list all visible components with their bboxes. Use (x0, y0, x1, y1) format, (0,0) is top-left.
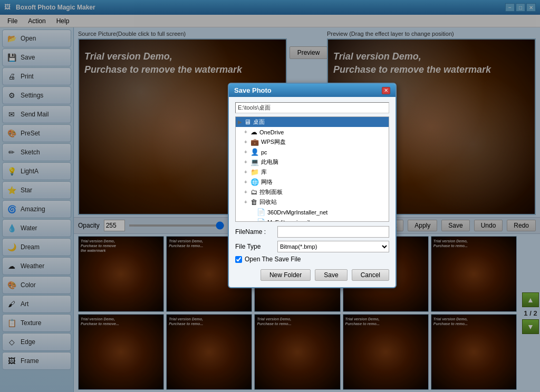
tree-item-desktop[interactable]: ▶ 🖥 桌面 (236, 117, 389, 127)
save-photo-dialog: Save Photo ✕ E:\tools\桌面 ▶ 🖥 桌面 + ☁ OneD… (228, 83, 397, 288)
dialog-body: E:\tools\桌面 ▶ 🖥 桌面 + ☁ OneDrive + 💼 (229, 97, 396, 287)
filetype-select[interactable]: Bitmap(*.bmp) JPEG(*.jpg) PNG(*.png) GIF… (277, 241, 389, 252)
tree-item-recycle[interactable]: + 🗑 回收站 (236, 197, 389, 207)
new-folder-button[interactable]: New Folder (261, 269, 311, 281)
filename-input[interactable] (277, 226, 389, 238)
dialog-title-bar: Save Photo ✕ (229, 84, 396, 97)
dialog-path: E:\tools\桌面 (235, 102, 389, 113)
tree-item-myeditor[interactable]: 📄 MyEditor_xiazaiba (236, 217, 389, 222)
filename-label: FileName : (235, 228, 277, 236)
tree-item-controlpanel[interactable]: + 🗂 控制面板 (236, 187, 389, 197)
dialog-close-button[interactable]: ✕ (382, 87, 390, 94)
modal-overlay[interactable]: Save Photo ✕ E:\tools\桌面 ▶ 🖥 桌面 + ☁ OneD… (0, 0, 540, 392)
open-save-label: Open The Save File (245, 256, 301, 263)
tree-item-360[interactable]: 📄 360DrvMgrInstaller_net (236, 207, 389, 217)
tree-item-network[interactable]: + 🌐 网络 (236, 177, 389, 187)
tree-item-onedrive[interactable]: + ☁ OneDrive (236, 127, 389, 137)
tree-item-wps[interactable]: + 💼 WPS网盘 (236, 137, 389, 147)
filename-row: FileName : (235, 226, 389, 238)
open-save-row: Open The Save File (235, 256, 389, 263)
tree-item-thispc[interactable]: + 💻 此电脑 (236, 157, 389, 167)
tree-item-library[interactable]: + 📁 库 (236, 167, 389, 177)
dialog-save-button[interactable]: Save (315, 269, 347, 281)
file-tree: ▶ 🖥 桌面 + ☁ OneDrive + 💼 WPS网盘 (235, 116, 389, 222)
filetype-label: File Type (235, 243, 277, 250)
dialog-title: Save Photo (234, 86, 272, 94)
open-save-checkbox[interactable] (235, 256, 242, 263)
tree-item-pc[interactable]: + 👤 pc (236, 147, 389, 157)
dialog-footer: New Folder Save Cancel (235, 267, 389, 282)
dialog-cancel-button[interactable]: Cancel (352, 269, 389, 281)
filetype-row: File Type Bitmap(*.bmp) JPEG(*.jpg) PNG(… (235, 241, 389, 252)
